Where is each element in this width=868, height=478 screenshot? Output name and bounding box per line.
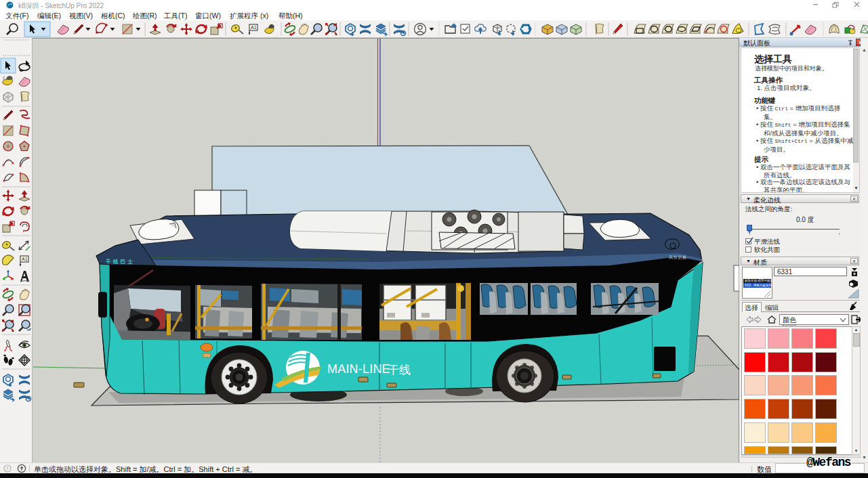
svg-text:高快切换: 高快切换 xyxy=(669,255,686,260)
svg-text:干线: 干线 xyxy=(388,364,411,376)
svg-text:MAIN-LINE: MAIN-LINE xyxy=(327,362,390,376)
